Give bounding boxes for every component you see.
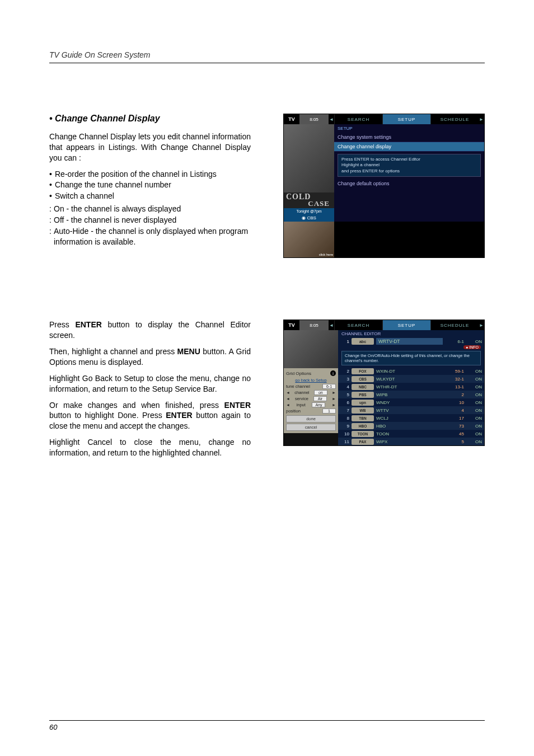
- p-cancel: Highlight Cancel to close the menu, chan…: [49, 437, 251, 458]
- intro-paragraph: Change Channel Display lets you edit cha…: [49, 132, 251, 163]
- p-press-menu: Then, highlight a channel and press MENU…: [49, 346, 251, 368]
- channel-editor-title: CHANNEL EDITOR: [338, 330, 484, 337]
- ad-image[interactable]: click here: [284, 222, 334, 257]
- tune-channel-field[interactable]: 6-1: [322, 384, 336, 389]
- position-field[interactable]: 1: [322, 408, 336, 414]
- tv-guide-logo: TV: [284, 320, 299, 330]
- channel-value[interactable]: on: [314, 390, 327, 395]
- section-channel-editor: Press ENTER button to display the Channe…: [49, 320, 485, 464]
- nav-left-icon[interactable]: ◄: [329, 320, 334, 330]
- promo-tonight: Tonight @7pm: [284, 208, 334, 214]
- promo-title-case: CASE: [286, 200, 332, 207]
- screenshot-channel-editor: TV 8:05 ◄ SEARCH SETUP SCHEDULE ►: [283, 320, 485, 446]
- channel-row[interactable]: 8TBNWCLJ17ON: [338, 414, 484, 422]
- nav-right-icon[interactable]: ►: [479, 320, 484, 330]
- header-rule: [49, 63, 485, 63]
- screenshot-setup-menu: TV 8:05 ◄ SEARCH SETUP SCHEDULE ►: [283, 114, 485, 258]
- setup-label: SETUP: [334, 124, 484, 133]
- channel-list: 2FOXWXIN-DT59-1ON3CBSWLKYDT32-1ON4NBCWTH…: [338, 367, 484, 445]
- help-box: Press ENTER to access Channel Editor Hig…: [338, 154, 481, 177]
- position-label: position: [286, 408, 301, 414]
- bullet-switch: Switch a channel: [49, 191, 251, 202]
- promo-title-cold: COLD CASE: [284, 192, 334, 208]
- channel-row[interactable]: 7WBWTTV4ON: [338, 406, 484, 414]
- grid-options-label: Grid Options: [286, 371, 311, 376]
- nav-right-icon[interactable]: ►: [479, 114, 484, 124]
- nav-left-icon[interactable]: ◄: [329, 114, 334, 124]
- tab-schedule[interactable]: SCHEDULE: [430, 114, 479, 124]
- opt-autohide: :Auto-Hide - the channel is only display…: [49, 226, 251, 248]
- network-logo: FOX: [352, 368, 374, 374]
- footer-rule: [49, 720, 485, 721]
- section-change-channel-display: • Change Channel Display Change Channel …: [49, 114, 485, 258]
- menu-change-default-options[interactable]: Change default options: [334, 179, 484, 188]
- tv-guide-logo: TV: [284, 114, 299, 124]
- network-logo: TBN: [352, 415, 374, 421]
- page-number: 60: [49, 723, 485, 731]
- promo-image: [284, 124, 334, 192]
- bullet-reorder: Re-order the position of the channel in …: [49, 169, 251, 180]
- network-logo: HBO: [352, 423, 374, 429]
- service-value[interactable]: Air: [313, 396, 327, 401]
- grid-options-panel: Grid Options i go back to Setup tune cha…: [284, 368, 338, 433]
- channel-row[interactable]: 6upnWNDY10ON: [338, 398, 484, 406]
- opt-on: :On - the channel is always displayed: [49, 204, 251, 215]
- network-logo: CBS: [352, 376, 374, 382]
- tune-channel-label: tune channel: [286, 384, 310, 389]
- p-done: Or make changes and when finished, press…: [49, 400, 251, 432]
- p-go-back: Highlight Go Back to Setup to close the …: [49, 373, 251, 395]
- clock: 8:05: [299, 320, 329, 330]
- network-logo: NBC: [352, 384, 374, 390]
- network-logo-abc: abc: [352, 338, 374, 345]
- menu-change-channel-display[interactable]: Change channel display: [334, 142, 484, 152]
- network-logo: TOON: [352, 431, 374, 437]
- info-badge[interactable]: ● INFO: [463, 345, 481, 349]
- click-here-label: click here: [319, 253, 333, 256]
- promo-network-cbs: ◉ CBS: [284, 214, 334, 222]
- p-press-enter: Press ENTER button to display the Channe…: [49, 320, 251, 341]
- channel-row[interactable]: 10TOONTOON45ON: [338, 430, 484, 438]
- tab-search[interactable]: SEARCH: [334, 320, 382, 330]
- channel-row[interactable]: 5PBSWIPB2ON: [338, 391, 484, 398]
- promo-image: [284, 330, 338, 368]
- bullet-tune-number: Change the tune channel number: [49, 180, 251, 191]
- cancel-button[interactable]: cancel: [286, 424, 336, 431]
- service-label: service: [295, 396, 308, 401]
- clock: 8:05: [299, 114, 329, 124]
- help-box: Change the On/Off/Auto-Hide setting of t…: [341, 351, 481, 365]
- tab-search[interactable]: SEARCH: [334, 114, 382, 124]
- menu-change-system-settings[interactable]: Change system settings: [334, 133, 484, 142]
- input-label: input: [297, 402, 306, 407]
- channel-row[interactable]: 2FOXWXIN-DT59-1ON: [338, 367, 484, 375]
- channel-row[interactable]: 9HBOHBO73ON: [338, 422, 484, 430]
- page-header-title: TV Guide On Screen System: [49, 50, 485, 59]
- tab-setup[interactable]: SETUP: [382, 114, 430, 124]
- info-icon[interactable]: i: [330, 370, 336, 376]
- channel-row[interactable]: 11PAXWIPX5ON: [338, 438, 484, 445]
- network-logo: upn: [352, 400, 374, 406]
- network-logo: PAX: [352, 439, 374, 445]
- channel-row[interactable]: 4NBCWTHR-DT13-1ON: [338, 383, 484, 391]
- selected-channel-row[interactable]: 1 abc WRTV-DT 6-1 ON: [338, 337, 484, 345]
- network-logo: PBS: [352, 392, 374, 398]
- input-value[interactable]: Any: [312, 402, 325, 407]
- network-logo: WB: [352, 407, 374, 414]
- subhead-change-channel-display: • Change Channel Display: [49, 114, 251, 124]
- channel-label: channel: [294, 390, 309, 395]
- opt-off: :Off - the channel is never displayed: [49, 215, 251, 226]
- go-back-to-setup-link[interactable]: go back to Setup: [284, 377, 338, 383]
- channel-row[interactable]: 3CBSWLKYDT32-1ON: [338, 375, 484, 383]
- done-button[interactable]: done: [286, 415, 336, 422]
- ad-panel: [334, 222, 484, 257]
- tab-setup[interactable]: SETUP: [382, 320, 430, 330]
- tab-schedule[interactable]: SCHEDULE: [430, 320, 479, 330]
